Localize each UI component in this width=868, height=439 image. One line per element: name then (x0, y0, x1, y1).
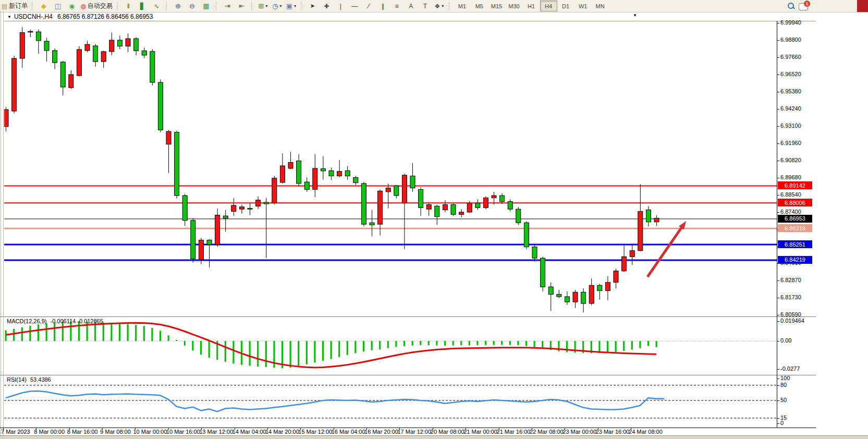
timeframe-m1-button[interactable]: M1 (454, 1, 471, 11)
channel-tool-button[interactable]: ∥ (376, 1, 390, 11)
candle-body (329, 170, 334, 176)
line-chart-button[interactable]: ∿ (150, 1, 164, 11)
price-axis-label: 6.93100 (780, 123, 801, 129)
text-label-tool-button-icon: T (423, 3, 427, 10)
candle-body (288, 162, 293, 168)
chart-shift-button[interactable]: ⇤ (235, 1, 249, 11)
notification-badge[interactable]: 1 (804, 1, 810, 7)
autotrading-button[interactable]: ◍自动交易 (79, 1, 114, 11)
text-tool-button[interactable]: A (404, 1, 418, 11)
market-watch-button[interactable]: ◫ (51, 1, 65, 11)
template-button[interactable]: ▣▾ (284, 1, 298, 11)
candle (419, 187, 423, 216)
candle-body (191, 221, 195, 259)
bar-chart-button[interactable]: ‖ (121, 1, 136, 11)
timeframe-m5-button[interactable]: M5 (471, 1, 488, 11)
horizontal-line-tool-button[interactable]: — (348, 1, 362, 11)
rsi-pane[interactable] (4, 375, 777, 428)
time-axis-label: 16 Mar 20:00 (364, 429, 398, 435)
timeframe-m15-button[interactable]: M15 (488, 1, 505, 11)
vertical-line-tool-button[interactable]: | (334, 1, 348, 11)
price-axis-label: 6.82870 (780, 277, 801, 283)
rsi-line (6, 391, 665, 411)
cursor-tool-button[interactable]: ➤ (305, 1, 320, 11)
periods-button-dropdown[interactable]: ▾ (279, 4, 282, 8)
tile-windows-button[interactable]: ▦ (199, 1, 213, 11)
chart-collapse-icon[interactable]: ▼ (7, 15, 11, 19)
price-axis-tick (777, 178, 779, 178)
macd-histogram-bar (493, 341, 495, 345)
fibonacci-tool-button-icon: ≡ (395, 3, 399, 10)
price-axis-line[interactable] (777, 21, 777, 428)
candle-body (272, 178, 277, 203)
price-axis-label: 6.94240 (780, 105, 801, 112)
macd-histogram-bar (151, 328, 153, 341)
candle (654, 215, 659, 226)
annotation-arrow-line[interactable] (647, 226, 682, 277)
crosshair-tool-button[interactable]: ✚ (320, 1, 334, 11)
template-button-dropdown[interactable]: ▾ (294, 4, 296, 8)
candle (589, 278, 594, 305)
timeframe-d1-button[interactable]: D1 (557, 1, 574, 11)
candle (231, 198, 236, 216)
zoom-out-button[interactable]: ⊖ (185, 1, 199, 11)
auto-scroll-button[interactable]: ⇥ (221, 1, 235, 11)
macd-histogram-bar (103, 322, 104, 341)
signals-button[interactable]: ◉ (65, 1, 79, 11)
candle-body (142, 51, 146, 55)
candle-body (524, 223, 529, 247)
candle (60, 61, 65, 95)
timeframe-mn-button[interactable]: MN (592, 1, 609, 11)
metaeditor-button[interactable]: ◆ (36, 1, 51, 11)
candle (483, 197, 488, 210)
zoom-in-button[interactable]: ⊕ (171, 1, 185, 11)
candle (548, 282, 553, 311)
candle (280, 153, 285, 184)
chart-title-bar[interactable]: ▼ USDCNH-,H4 6.86765 6.87126 6.86456 6.8… (4, 13, 816, 21)
fibonacci-tool-button[interactable]: ≡ (390, 1, 404, 11)
candle-body (410, 176, 415, 188)
candle (646, 206, 651, 226)
macd-pane[interactable] (4, 317, 777, 375)
search-icon[interactable] (787, 2, 794, 9)
arrows-tool-button-icon: ❖ (434, 3, 440, 10)
zoom-out-button-icon: ⊖ (189, 2, 195, 10)
chart-ohlc-values: 6.86765 6.87126 6.86456 6.86953 (57, 13, 153, 20)
main-chart[interactable] (4, 21, 777, 317)
price-axis-label: 6.91960 (780, 140, 801, 146)
candle-body (451, 204, 456, 214)
timeframe-m30-button[interactable]: M30 (505, 1, 522, 11)
candlestick-chart-button[interactable]: ▋ (136, 1, 150, 11)
arrows-tool-button[interactable]: ❖▾ (432, 1, 446, 11)
macd-axis-label: 0.00 (780, 337, 791, 344)
chart-shift-button-icon: ⇤ (239, 2, 244, 10)
candle-body (467, 203, 472, 212)
macd-histogram-bar (623, 341, 625, 351)
text-label-tool-button[interactable]: T (418, 1, 432, 11)
candle (541, 257, 545, 291)
new-order-button[interactable]: ▤新订单 (0, 1, 29, 11)
timeframe-w1-button[interactable]: W1 (574, 1, 592, 11)
time-axis-label: 8 Mar 00:00 (34, 429, 65, 435)
macd-histogram-bar (192, 341, 193, 351)
price-tag: 6.84219 (778, 256, 812, 264)
trendline-tool-button[interactable]: ∕ (362, 1, 376, 11)
candle (93, 44, 98, 67)
macd-histogram-bar (46, 323, 47, 341)
price-axis-tick (777, 40, 779, 41)
add-indicator-button-dropdown[interactable]: ▾ (265, 4, 267, 8)
candle (402, 174, 407, 249)
macd-histogram-bar (135, 325, 137, 341)
candle-body (630, 251, 634, 257)
chart-shift-marker-icon[interactable]: ▼ (633, 14, 637, 18)
periods-button[interactable]: ◷▾ (270, 1, 284, 11)
price-axis-tick (777, 315, 779, 315)
macd-histogram-bar (265, 341, 267, 367)
rsi-axis-label: 0 (780, 420, 784, 426)
corner-notification-block[interactable] (857, 0, 868, 12)
timeframe-h4-button[interactable]: H4 (540, 1, 557, 11)
arrows-tool-button-dropdown[interactable]: ▾ (442, 4, 444, 8)
timeframe-h1-button[interactable]: H1 (523, 1, 540, 11)
toolbar-separator (301, 2, 303, 10)
add-indicator-button[interactable]: ⊞▾ (256, 1, 270, 11)
